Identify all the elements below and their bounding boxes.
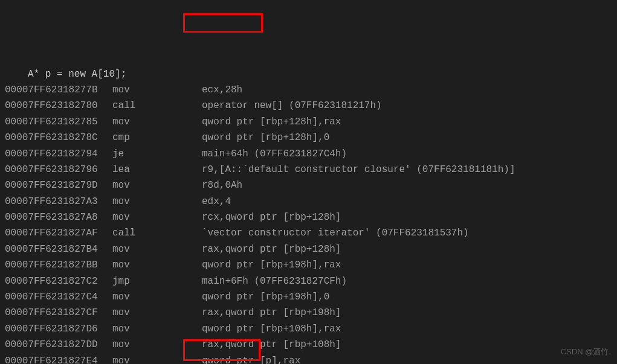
- asm-operand: qword ptr [rbp+198h],0: [202, 289, 329, 305]
- highlight-box-1: [183, 13, 263, 33]
- asm-operand: main+6Fh (07FF6231827CFh): [202, 273, 347, 289]
- asm-operand: qword ptr [rbp+108h],rax: [202, 321, 341, 337]
- asm-address: 00007FF6231827D6: [5, 321, 112, 337]
- asm-address: 00007FF6231827C2: [5, 273, 112, 289]
- asm-line: 00007FF623182796lear9,[A::`default const…: [5, 162, 612, 177]
- asm-opcode: mov: [112, 353, 202, 364]
- asm-opcode: mov: [112, 257, 202, 273]
- asm-operand: r8d,0Ah: [202, 177, 242, 193]
- asm-line: 00007FF6231827B4movrax,qword ptr [rbp+12…: [5, 241, 612, 257]
- asm-line: 00007FF6231827BBmovqword ptr [rbp+198h],…: [5, 257, 612, 273]
- asm-operand: rax,qword ptr [rbp+128h]: [202, 241, 341, 257]
- asm-address: 00007FF62318279D: [5, 177, 112, 193]
- asm-operand: main+64h (07FF6231827C4h): [202, 146, 347, 162]
- asm-operand: qword ptr [rbp+198h],rax: [202, 257, 341, 273]
- asm-address: 00007FF623182780: [5, 98, 112, 113]
- asm-line: 00007FF6231827CFmovrax,qword ptr [rbp+19…: [5, 305, 612, 321]
- asm-operand: rax,qword ptr [rbp+198h]: [202, 305, 341, 321]
- asm-line: 00007FF6231827D6movqword ptr [rbp+108h],…: [5, 321, 612, 337]
- asm-address: 00007FF6231827DD: [5, 337, 112, 353]
- asm-opcode: mov: [112, 321, 202, 337]
- asm-line: 00007FF623182785movqword ptr [rbp+128h],…: [5, 114, 612, 130]
- asm-opcode: mov: [112, 194, 202, 209]
- asm-opcode: mov: [112, 241, 202, 257]
- asm-line: 00007FF6231827A3movedx,4: [5, 194, 612, 209]
- asm-opcode: mov: [112, 177, 202, 193]
- source-text: A* p = new A[10];: [28, 69, 126, 80]
- asm-opcode: lea: [112, 162, 202, 177]
- asm-line: 00007FF6231827DDmovrax,qword ptr [rbp+10…: [5, 337, 612, 353]
- asm-line: 00007FF62318277Bmovecx,28h: [5, 82, 612, 98]
- asm-address: 00007FF6231827E4: [5, 353, 112, 364]
- asm-address: 00007FF6231827CF: [5, 305, 112, 321]
- asm-line: 00007FF62318278Ccmpqword ptr [rbp+128h],…: [5, 130, 612, 145]
- asm-address: 00007FF623182794: [5, 146, 112, 162]
- source-code-line: A* p = new A[10];: [5, 66, 612, 82]
- asm-address: 00007FF6231827B4: [5, 241, 112, 257]
- asm-line: 00007FF62318279Dmovr8d,0Ah: [5, 177, 612, 193]
- asm-opcode: mov: [112, 209, 202, 225]
- asm-opcode: call: [112, 225, 202, 241]
- asm-opcode: je: [112, 146, 202, 162]
- asm-operand: rcx,qword ptr [rbp+128h]: [202, 209, 341, 225]
- asm-operand: rax,qword ptr [rbp+108h]: [202, 337, 341, 353]
- asm-operand: edx,4: [202, 194, 231, 209]
- asm-address: 00007FF623182785: [5, 114, 112, 130]
- asm-line: 00007FF6231827AFcall`vector constructor …: [5, 225, 612, 241]
- asm-opcode: mov: [112, 289, 202, 305]
- asm-opcode: mov: [112, 82, 202, 98]
- asm-operand: operator new[] (07FF623181217h): [202, 98, 382, 113]
- asm-operand: r9,[A::`default constructor closure' (07…: [202, 162, 515, 177]
- asm-line: 00007FF6231827A8movrcx,qword ptr [rbp+12…: [5, 209, 612, 225]
- asm-operand: `vector constructor iterator' (07FF62318…: [202, 225, 469, 241]
- asm-opcode: jmp: [112, 273, 202, 289]
- asm-line: 00007FF623182794jemain+64h (07FF6231827C…: [5, 146, 612, 162]
- asm-operand: ecx,28h: [202, 82, 242, 98]
- asm-line: 00007FF6231827C2jmpmain+6Fh (07FF6231827…: [5, 273, 612, 289]
- asm-address: 00007FF6231827A8: [5, 209, 112, 225]
- asm-address: 00007FF6231827AF: [5, 225, 112, 241]
- asm-address: 00007FF62318278C: [5, 130, 112, 145]
- asm-opcode: cmp: [112, 130, 202, 145]
- asm-operand: qword ptr [rbp+128h],rax: [202, 114, 341, 130]
- asm-line: 00007FF6231827C4movqword ptr [rbp+198h],…: [5, 289, 612, 305]
- watermark: CSDN @酒竹.: [561, 345, 611, 358]
- asm-address: 00007FF6231827C4: [5, 289, 112, 305]
- asm-operand: qword ptr [rbp+128h],0: [202, 130, 329, 145]
- asm-address: 00007FF6231827A3: [5, 194, 112, 209]
- asm-line: 00007FF6231827E4movqword ptr [p],rax: [5, 353, 612, 364]
- asm-line: 00007FF623182780calloperator new[] (07FF…: [5, 98, 612, 113]
- asm-operand: qword ptr [p],rax: [202, 353, 300, 364]
- asm-opcode: mov: [112, 337, 202, 353]
- disassembly-view: A* p = new A[10];00007FF62318277Bmovecx,…: [5, 66, 612, 364]
- asm-opcode: mov: [112, 114, 202, 130]
- asm-address: 00007FF62318277B: [5, 82, 112, 98]
- asm-opcode: mov: [112, 305, 202, 321]
- asm-opcode: call: [112, 98, 202, 113]
- asm-address: 00007FF6231827BB: [5, 257, 112, 273]
- asm-address: 00007FF623182796: [5, 162, 112, 177]
